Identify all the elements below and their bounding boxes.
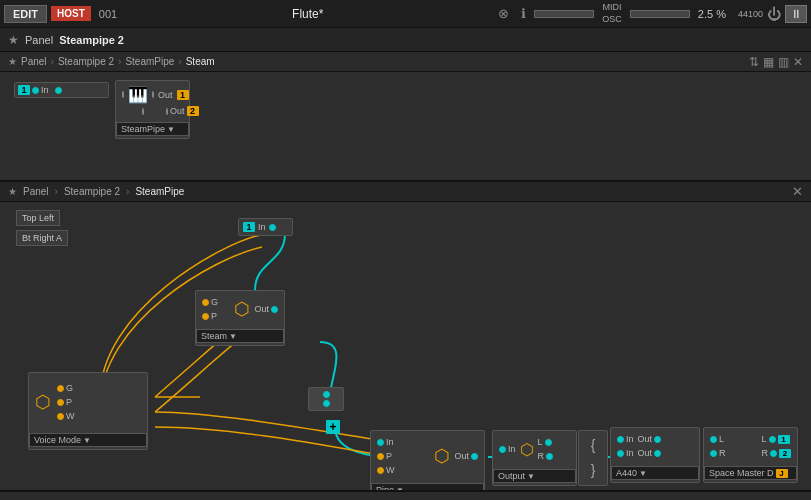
pipe-tag[interactable]: Pipe ▼ [371,483,484,490]
piano-icon: 🎹 [128,85,148,104]
voice-mode-tag[interactable]: Voice Mode ▼ [29,433,147,447]
a440-out2-port[interactable] [654,450,661,457]
track-number: 001 [95,8,121,20]
bc-panel[interactable]: Panel [21,56,47,67]
output-cube-icon: ⬡ [520,440,534,459]
power-icon[interactable]: ⏻ [767,6,781,22]
bt-right-button[interactable]: Bt Right A [16,230,68,246]
bc2-steampipe: SteamPipe [135,186,184,197]
pipe-out-port[interactable] [471,453,478,460]
in-port[interactable] [32,87,39,94]
bottom-sec-header: ★ Panel › Steampipe 2 › SteamPipe ✕ [0,182,811,202]
track-title: Flute* [125,7,490,21]
pipe-w-port[interactable] [377,467,384,474]
in-port2[interactable] [55,87,62,94]
input-node: 1 In [14,82,109,98]
a440-in2-port[interactable] [617,450,624,457]
merge-in1[interactable] [323,391,330,398]
merge-node [308,387,344,411]
steam-node: G P ⬡ Out [195,290,285,346]
top-breadcrumb: ★ Panel › Steampipe 2 › SteamPipe › Stea… [0,52,811,72]
level-slider[interactable] [534,10,594,18]
favorite-icon[interactable]: ★ [8,33,19,47]
voice-p-port[interactable] [57,399,64,406]
top-section: ★ Panel › Steampipe 2 › SteamPipe › Stea… [0,52,811,182]
bottom-star-icon[interactable]: ★ [8,186,17,197]
pipe-in-port[interactable] [377,439,384,446]
output-in-port[interactable] [499,446,506,453]
panel-header: ★ Panel Steampipe 2 [0,28,811,52]
pause-button[interactable]: ⏸ [785,5,807,23]
host-button[interactable]: HOST [51,6,91,21]
sm-r-in-port[interactable] [710,450,717,457]
steampipe-node: 🎹 Out 1 Out 2 SteamPipe ▼ [115,80,190,139]
output-r-port[interactable] [546,453,553,460]
steam-out-port[interactable] [271,306,278,313]
top-left-button[interactable]: Top Left [16,210,60,226]
port-l-left[interactable] [122,91,124,98]
output-l-port[interactable] [545,439,552,446]
output-tag[interactable]: Output ▼ [493,469,576,483]
input-badge: 1 [18,85,30,95]
steam-g-port[interactable] [202,299,209,306]
voice-g-port[interactable] [57,385,64,392]
link-icon[interactable]: ⊗ [494,6,513,21]
bottom-close-icon[interactable]: ✕ [792,184,803,199]
steam-tag[interactable]: Steam ▼ [196,329,284,343]
sample-rate: 44100 [738,9,763,19]
bc-steampipe[interactable]: SteamPipe [125,56,174,67]
bottom-section: ★ Panel › Steampipe 2 › SteamPipe ✕ Top … [0,182,811,492]
top-canvas: 1 In 🎹 Out 1 Out 2 [0,72,811,180]
in-port-bottom[interactable] [269,224,276,231]
osc-slider[interactable] [630,10,690,18]
a440-tag[interactable]: A440 ▼ [611,466,699,480]
port-out-2[interactable] [166,108,168,115]
steampipe-tag[interactable]: SteamPipe ▼ [116,122,189,136]
a440-out-port[interactable] [654,436,661,443]
bracket-node: { } [578,430,608,486]
voice-cube-icon: ⬡ [35,391,51,413]
in-label: In [41,85,49,95]
a440-in-port[interactable] [617,436,624,443]
merge-in2[interactable] [323,400,330,407]
voice-mode-node: ⬡ G P W [28,372,148,450]
sm-l-in-port[interactable] [710,436,717,443]
close-icon[interactable]: ✕ [793,55,803,69]
grid2-icon[interactable]: ▥ [778,55,789,69]
steam-p-port[interactable] [202,313,209,320]
steam-cube-icon: ⬡ [234,298,250,320]
panel-label: Panel [25,34,53,46]
pipe-p-port[interactable] [377,453,384,460]
in-badge-node: 1 In [238,218,293,236]
top-star-icon[interactable]: ★ [8,56,17,67]
bc2-panel[interactable]: Panel [23,186,49,197]
space-master-tag[interactable]: Space Master D J [704,466,797,480]
bc2-steampipe2[interactable]: Steampipe 2 [64,186,120,197]
port-r-left[interactable] [142,108,144,115]
pipe-node: In P W ⬡ Out [370,430,485,490]
bc-steampipe2[interactable]: Steampipe 2 [58,56,114,67]
edit-button[interactable]: EDIT [4,5,47,23]
bc-steam: Steam [186,56,215,67]
sm-r-out-port[interactable] [770,450,777,457]
panel-name: Steampipe 2 [59,34,124,46]
port-out-1[interactable] [152,91,154,98]
sm-l-out-port[interactable] [769,436,776,443]
bottom-canvas: Top Left Bt Right A [0,202,811,490]
sort-icon[interactable]: ⇅ [749,55,759,69]
info-icon[interactable]: ℹ [517,6,530,21]
a440-node: In In Out Out [610,427,700,483]
plus-button[interactable]: + [326,420,340,434]
top-bar: EDIT HOST 001 Flute* ⊗ ℹ MIDIOSC 2.5 % 4… [0,0,811,28]
pipe-cube-icon: ⬡ [434,445,450,467]
grid-icon[interactable]: ▦ [763,55,774,69]
cpu-percent: 2.5 % [694,8,730,20]
midi-label: MIDIOSC [598,2,626,25]
space-master-node: L R L 1 [703,427,798,483]
output-node: In ⬡ L R [492,430,577,486]
voice-w-port[interactable] [57,413,64,420]
